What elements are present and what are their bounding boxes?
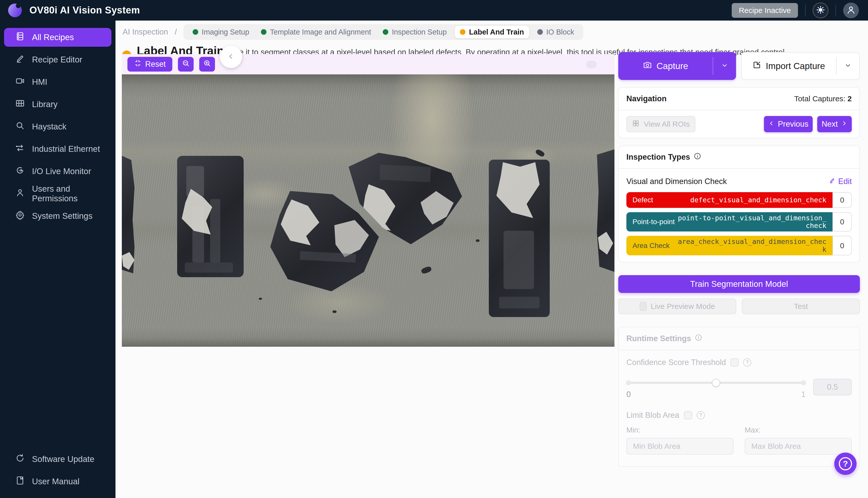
step-imaging-setup[interactable]: Imaging Setup [189,26,253,38]
step-status-dot [460,29,465,35]
class-code: area_check_visual_and_dimension_check [675,238,826,253]
refresh-circle-icon [15,166,25,177]
part-shape [177,156,244,277]
step-template-image-and-alignment[interactable]: Template Image and Alignment [257,26,374,38]
info-icon[interactable] [695,334,702,343]
help-icon[interactable]: ? [743,358,751,367]
sidebar-item-recipe-editor[interactable]: Recipe Editor [4,50,111,69]
zoom-out-button[interactable] [178,57,194,71]
class-row-point-to-point[interactable]: Point-to-point point-to-point_visual_and… [627,212,852,232]
edit-classes-link[interactable]: Edit [829,177,852,186]
step-inspection-setup[interactable]: Inspection Setup [379,26,450,38]
test-button[interactable]: Test [742,299,860,314]
import-dropdown-button[interactable] [837,61,859,71]
confidence-slider[interactable]: 0 1 [627,379,805,396]
train-segmentation-model-button[interactable]: Train Segmentation Model [618,275,860,293]
min-blob-area-input[interactable] [627,438,734,455]
help-button[interactable]: ? [834,453,857,475]
step-label: Imaging Setup [202,28,249,36]
import-split-button: Import Capture [741,52,860,80]
next-capture-button[interactable]: Next [817,116,852,132]
confidence-threshold-checkbox[interactable] [731,358,739,367]
zoom-in-button[interactable] [199,57,215,71]
sidebar-item-label: System Settings [32,211,92,221]
sidebar-item-user-manual[interactable]: User Manual [4,472,111,491]
confidence-threshold-label: Confidence Score Threshold [627,358,726,367]
step-label: Label And Train [469,28,524,36]
slider-end-right [801,380,806,385]
import-capture-button[interactable]: Import Capture [741,61,836,71]
step-status-dot [193,29,198,35]
step-label-and-train[interactable]: Label And Train [455,26,529,38]
previous-capture-button[interactable]: Previous [764,116,813,132]
class-code: point-to-point_visual_and_dimension_chec… [675,214,826,230]
update-icon [15,453,25,465]
theme-toggle-button[interactable] [813,2,828,18]
reset-view-button[interactable]: Reset [128,57,172,71]
sidebar-item-hmi[interactable]: HMI [4,73,111,91]
sidebar-item-label: All Recipes [32,32,74,42]
capture-image[interactable] [122,74,615,347]
view-all-rois-label: View All ROIs [644,120,689,129]
chevron-down-icon [721,61,728,71]
chevron-right-icon [841,120,847,129]
sidebar-item-label: User Manual [32,477,79,486]
max-blob-area-input[interactable] [745,438,852,455]
class-count: 0 [832,236,852,255]
sidebar-item-library[interactable]: Library [4,95,111,114]
class-row-area-check[interactable]: Area Check area_check_visual_and_dimensi… [627,236,852,255]
search-icon [15,121,25,132]
question-mark-icon: ? [839,457,852,470]
class-count: 0 [832,212,852,232]
slider-thumb[interactable] [712,379,720,387]
pencil-icon [829,177,836,186]
info-icon[interactable] [694,152,701,162]
class-code: defect_visual_and_dimension_check [675,196,826,204]
user-icon [846,5,856,16]
sidebar-item-haystack[interactable]: Haystack [4,117,111,136]
right-panel: Capture Import Capture [618,52,860,467]
sidebar-item-users-and-permissions[interactable]: Users and Permissions [4,184,111,203]
sidebar-item-all-recipes[interactable]: All Recipes [4,28,111,47]
reset-label: Reset [145,60,166,69]
sidebar-collapse-button[interactable] [220,46,242,68]
sidebar-item-io-live-monitor[interactable]: I/O Live Monitor [4,162,111,181]
user-avatar[interactable] [843,2,859,18]
class-row-defect[interactable]: Defect defect_visual_and_dimension_check… [627,192,852,208]
sidebar-item-label: Software Update [32,454,94,464]
capture-dropdown-button[interactable] [713,61,736,71]
step-label: IO Block [547,28,574,36]
breadcrumb-root[interactable]: AI Inspection [122,27,168,37]
navigation-title: Navigation [627,94,667,103]
chevron-left-icon [768,120,775,129]
workflow-steps: Imaging Setup Template Image and Alignme… [184,24,583,40]
runtime-settings-card: Runtime Settings Confidence Score Thresh… [618,327,860,467]
chevron-down-icon [844,61,852,71]
slider-max-label: 1 [801,390,805,399]
sidebar-item-software-update[interactable]: Software Update [4,450,111,469]
slider-min-label: 0 [627,390,631,399]
swap-arrows-icon [15,143,25,155]
sidebar-item-industrial-ethernet[interactable]: Industrial Ethernet [4,140,111,158]
slider-end-left [626,380,631,385]
edit-label: Edit [838,177,852,186]
sidebar-item-system-settings[interactable]: System Settings [4,207,111,225]
user-icon [15,188,25,199]
sidebar-item-label: HMI [32,77,48,87]
class-count: 0 [832,192,852,208]
next-label: Next [821,120,838,129]
grid-icon [632,120,640,129]
recipes-icon [15,31,25,43]
capture-button[interactable]: Capture [618,61,713,71]
confidence-value-input[interactable] [813,379,852,395]
help-icon[interactable]: ? [697,411,705,419]
sidebar-item-label: Industrial Ethernet [32,144,100,154]
view-all-rois-button[interactable]: View All ROIs [627,116,695,132]
min-label: Min: [627,426,734,434]
divider [836,4,836,16]
live-preview-mode-button[interactable]: Live Preview Mode [618,299,736,314]
step-io-block[interactable]: IO Block [534,26,578,38]
limit-blob-area-checkbox[interactable] [684,411,692,419]
app-logo [8,3,22,17]
step-label: Inspection Setup [392,28,447,36]
